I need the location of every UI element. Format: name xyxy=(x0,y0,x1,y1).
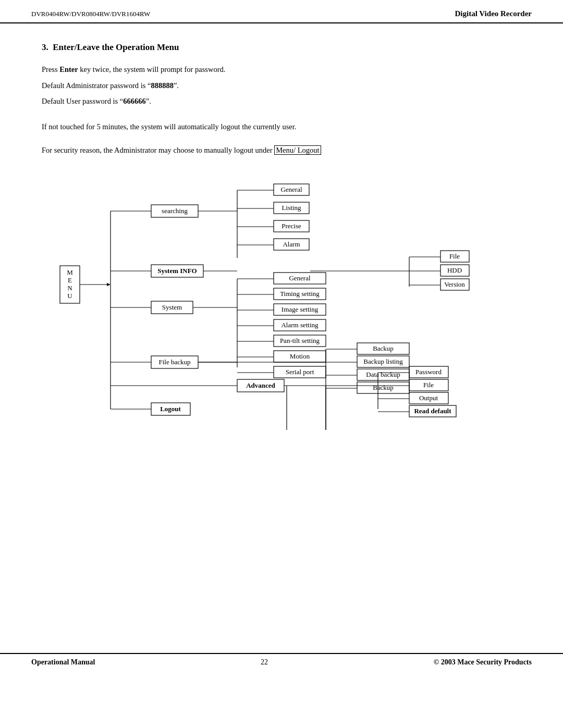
version-node: Version xyxy=(444,280,465,288)
paragraph-line2: Default Administrator password is “88888… xyxy=(42,79,521,92)
hdd-node: HDD xyxy=(447,266,462,274)
paragraph-line3: Default User password is “666666”. xyxy=(42,95,521,108)
file-backup-node: File backup xyxy=(158,358,190,366)
read-default-node: Read default xyxy=(414,407,451,415)
serial-node: Serial port xyxy=(286,368,314,376)
backup1-node: Backup xyxy=(373,344,394,352)
general2-node: General xyxy=(289,274,311,282)
menu-label-e: E xyxy=(68,276,72,284)
menu-logout-box: Menu/ Logout xyxy=(274,145,321,155)
main-content: 3. Enter/Leave the Operation Menu Press … xyxy=(0,23,563,440)
backup2-node: Backup xyxy=(373,384,394,391)
footer-copyright: © 2003 Mace Security Products xyxy=(434,658,532,667)
section-title: 3. Enter/Leave the Operation Menu xyxy=(42,42,521,53)
backup-listing-node: Backup listing xyxy=(363,357,403,365)
file-adv-node: File xyxy=(423,381,434,389)
header-title: Digital Video Recorder xyxy=(455,9,532,18)
listing-node: Listing xyxy=(282,204,301,212)
footer-manual: Operational Manual xyxy=(31,658,95,667)
timing-node: Timing setting xyxy=(280,290,320,298)
alarm-setting-node: Alarm setting xyxy=(281,321,319,329)
system-info-node: System INFO xyxy=(157,267,197,275)
password-node: Password xyxy=(415,368,442,376)
paragraph-timeout: If not touched for 5 minutes, the system… xyxy=(42,120,521,133)
logout-node: Logout xyxy=(160,405,181,413)
page: DVR0404RW/DVR0804RW/DVR1604RW Digital Vi… xyxy=(0,0,563,728)
searching-node: searching xyxy=(162,207,188,215)
menu-label-u: U xyxy=(67,292,72,300)
advanced-node: Advanced xyxy=(246,381,275,389)
menu-label-n: N xyxy=(67,284,72,292)
motion-node: Motion xyxy=(290,352,310,360)
header: DVR0404RW/DVR0804RW/DVR1604RW Digital Vi… xyxy=(0,0,563,23)
precise-node: Precise xyxy=(282,222,301,230)
header-model: DVR0404RW/DVR0804RW/DVR1604RW xyxy=(31,10,150,18)
output-node: Output xyxy=(419,394,438,402)
file-sys-node: File xyxy=(449,252,460,260)
menu-label: M xyxy=(67,268,73,276)
footer-page: 22 xyxy=(261,658,268,667)
paragraph-menu-logout: For security reason, the Administrator m… xyxy=(42,146,521,155)
image-node: Image setting xyxy=(282,305,319,313)
data-backup-node: Data backup xyxy=(366,371,400,378)
alarm1-node: Alarm xyxy=(283,240,300,248)
paragraph-line1: Press Enter key twice, the system will p… xyxy=(42,63,521,76)
menu-diagram: M E N U searching General xyxy=(55,169,508,440)
footer: Operational Manual 22 © 2003 Mace Securi… xyxy=(0,653,563,671)
svg-marker-2 xyxy=(107,283,111,286)
pan-tilt-node: Pan-tilt setting xyxy=(280,337,320,344)
general1-node: General xyxy=(280,186,302,193)
system-node: System xyxy=(162,303,182,311)
